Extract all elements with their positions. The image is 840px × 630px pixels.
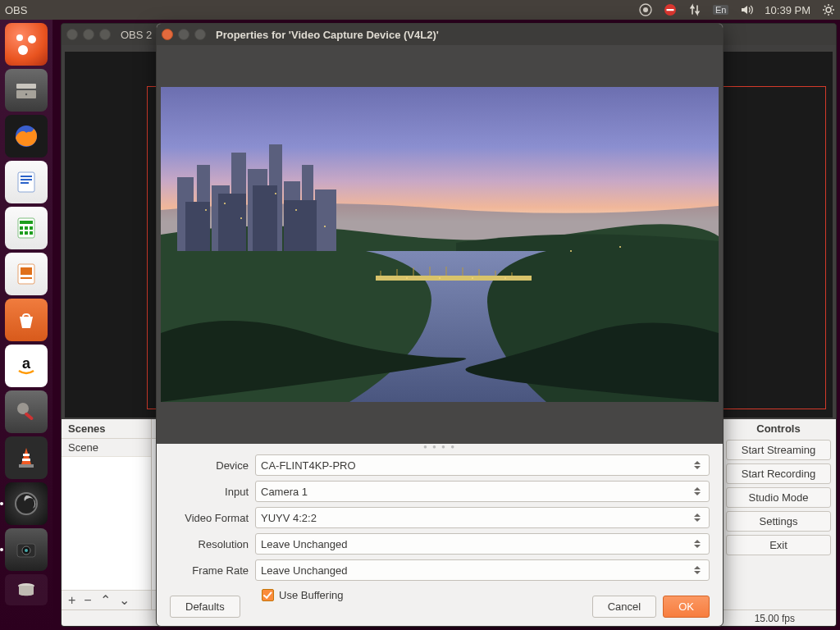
spinner-icon[interactable] (694, 536, 705, 552)
settings-button[interactable]: Settings (726, 511, 831, 532)
svg-line-11 (824, 13, 826, 15)
video-format-combo[interactable]: YUYV 4:2:2 (255, 507, 710, 528)
svg-rect-34 (21, 277, 32, 279)
spinner-icon[interactable] (694, 509, 705, 526)
scene-up-button[interactable]: ⌃ (100, 592, 111, 608)
dialog-close-icon[interactable] (162, 29, 173, 40)
software-center-icon[interactable] (5, 299, 48, 341)
exit-button[interactable]: Exit (726, 535, 831, 555)
writer-icon[interactable] (5, 161, 48, 203)
svg-rect-23 (21, 182, 29, 184)
impress-icon[interactable] (5, 253, 48, 295)
svg-line-9 (824, 6, 826, 7)
clock[interactable]: 10:39 PM (765, 4, 810, 16)
controls-panel: Controls Start Streaming Start Recording… (721, 419, 836, 609)
input-combo[interactable]: Camera 1 (255, 481, 710, 502)
resolution-combo[interactable]: Leave Unchanged (255, 533, 710, 555)
device-label: Device (170, 459, 249, 472)
svg-point-76 (324, 226, 326, 227)
frame-rate-combo[interactable]: Leave Unchanged (255, 559, 710, 581)
properties-titlebar[interactable]: Properties for 'Video Capture Device (V4… (157, 24, 723, 45)
svg-point-36 (17, 403, 29, 414)
svg-rect-70 (284, 200, 317, 251)
frame-rate-value: Leave Unchanged (261, 564, 348, 577)
svg-rect-40 (22, 459, 30, 461)
svg-rect-29 (20, 231, 23, 235)
svg-rect-48 (376, 276, 532, 281)
trash-icon[interactable] (5, 574, 48, 605)
svg-rect-33 (21, 267, 32, 275)
start-recording-button[interactable]: Start Recording (726, 463, 831, 484)
properties-form: Device CA-FLINT4KP-PRO Input Camera 1 Vi… (157, 449, 723, 606)
device-value: CA-FLINT4KP-PRO (261, 459, 356, 472)
cancel-button[interactable]: Cancel (592, 596, 656, 618)
ok-button[interactable]: OK (663, 596, 710, 618)
active-app-title: OBS (5, 4, 27, 16)
svg-point-77 (406, 277, 408, 279)
calc-icon[interactable] (5, 207, 48, 249)
sound-icon[interactable] (740, 3, 753, 16)
svg-rect-27 (25, 226, 28, 230)
svg-rect-37 (24, 412, 34, 421)
files-icon[interactable] (5, 69, 48, 112)
svg-rect-25 (20, 221, 33, 224)
svg-line-12 (832, 6, 833, 7)
svg-text:a: a (22, 355, 31, 372)
obs-launcher-icon[interactable] (5, 482, 48, 525)
no-entry-icon[interactable] (664, 3, 677, 16)
svg-rect-67 (185, 202, 210, 251)
svg-rect-39 (23, 454, 30, 456)
input-label: Input (170, 486, 249, 498)
scene-remove-button[interactable]: − (84, 593, 91, 608)
network-icon[interactable] (688, 3, 701, 16)
session-gear-icon[interactable] (822, 3, 835, 16)
dialog-maximize-icon[interactable] (194, 29, 206, 40)
unity-launcher: a (0, 20, 52, 630)
spinner-icon[interactable] (694, 562, 705, 578)
keyboard-indicator[interactable]: En (713, 5, 728, 15)
svg-point-13 (16, 34, 23, 41)
svg-point-4 (826, 7, 831, 12)
dialog-minimize-icon[interactable] (178, 29, 189, 40)
svg-rect-41 (19, 464, 34, 468)
top-menu-bar: OBS En 10:39 PM (0, 0, 840, 20)
resolution-value: Leave Unchanged (261, 538, 348, 550)
scene-down-button[interactable]: ⌄ (119, 592, 130, 608)
spinner-icon[interactable] (694, 483, 705, 500)
defaults-button[interactable]: Defaults (170, 596, 240, 618)
device-combo[interactable]: CA-FLINT4KP-PRO (255, 454, 710, 476)
window-minimize-icon[interactable] (83, 29, 94, 40)
svg-point-14 (28, 35, 36, 43)
studio-mode-button[interactable]: Studio Mode (726, 487, 831, 508)
scene-add-button[interactable]: + (68, 593, 75, 608)
obs-tray-icon[interactable] (639, 3, 652, 16)
spinner-icon[interactable] (694, 457, 705, 473)
scene-row[interactable]: Scene (62, 439, 151, 457)
svg-point-78 (439, 277, 441, 279)
svg-rect-66 (315, 189, 336, 251)
camera-device-icon[interactable] (5, 528, 48, 571)
svg-point-1 (643, 7, 648, 12)
vlc-icon[interactable] (5, 436, 48, 479)
firefox-icon[interactable] (5, 115, 48, 158)
svg-rect-31 (30, 231, 33, 235)
properties-button-bar: Defaults Cancel OK (157, 596, 723, 618)
resolution-label: Resolution (170, 538, 249, 550)
properties-preview (157, 45, 723, 444)
window-close-icon[interactable] (66, 29, 78, 40)
amazon-icon[interactable]: a (5, 345, 48, 387)
svg-rect-22 (21, 179, 32, 180)
system-settings-icon[interactable] (5, 390, 48, 433)
svg-line-10 (832, 13, 833, 15)
video-format-label: Video Format (170, 512, 249, 524)
system-tray: En 10:39 PM (639, 3, 835, 16)
window-maximize-icon[interactable] (99, 29, 111, 40)
start-streaming-button[interactable]: Start Streaming (726, 440, 831, 460)
dash-icon[interactable] (5, 23, 48, 66)
scenes-panel: Scenes Scene + − ⌃ ⌄ (62, 419, 152, 609)
video-preview-image (161, 87, 719, 402)
svg-rect-30 (25, 231, 28, 235)
svg-point-73 (240, 217, 242, 219)
svg-point-81 (570, 250, 572, 252)
frame-rate-label: Frame Rate (170, 564, 249, 577)
